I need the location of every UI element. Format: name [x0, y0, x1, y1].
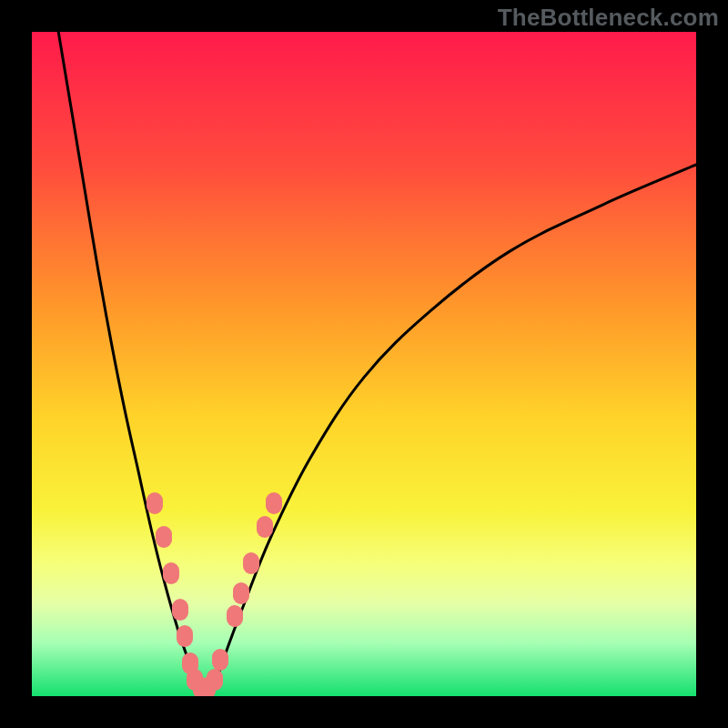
watermark: TheBottleneck.com	[498, 4, 719, 32]
marker-point	[243, 552, 259, 574]
marker-point	[177, 625, 193, 647]
marker-point	[212, 649, 228, 671]
marker-point	[266, 492, 282, 514]
chart-stage: TheBottleneck.com	[0, 0, 728, 728]
chart-markers	[32, 32, 696, 696]
marker-point	[172, 599, 188, 621]
marker-point	[156, 526, 172, 548]
marker-point	[147, 492, 163, 514]
marker-point	[207, 669, 223, 691]
marker-point	[233, 582, 249, 604]
marker-point	[257, 516, 273, 538]
marker-point	[227, 605, 243, 627]
marker-point	[163, 562, 179, 584]
plot-area	[32, 32, 696, 696]
